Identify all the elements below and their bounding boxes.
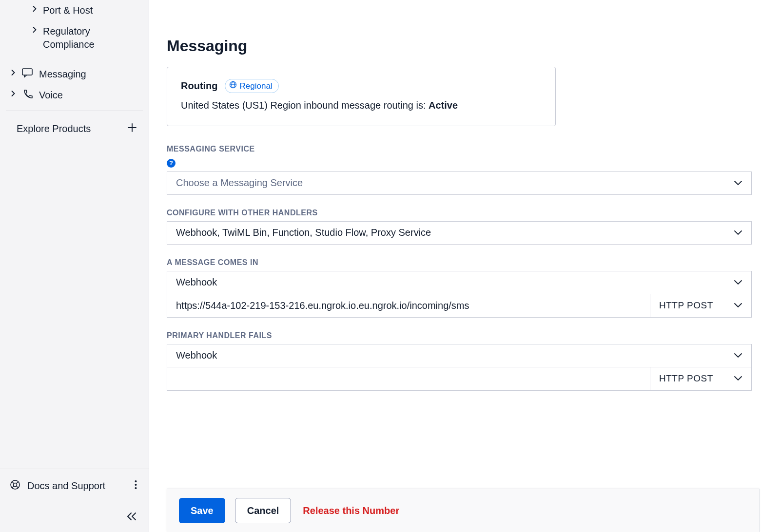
configure-handlers-select[interactable]: Webhook, TwiML Bin, Function, Studio Flo… [167,221,752,245]
routing-header: Routing Regional [181,79,542,93]
chevron-down-icon [734,300,742,311]
section-configure-handlers: CONFIGURE WITH OTHER HANDLERS Webhook, T… [167,209,752,245]
sidebar: Port & Host Regulatory Compliance Messag… [0,0,149,532]
sidebar-item-port-host[interactable]: Port & Host [0,0,149,21]
messaging-service-select[interactable]: Choose a Messaging Service [167,171,752,195]
section-primary-handler-fails: PRIMARY HANDLER FAILS Webhook HTTP POST [167,331,752,391]
svg-rect-0 [22,69,32,75]
sidebar-collapse-bar [0,503,149,532]
chevron-down-icon [734,227,742,238]
chevron-right-icon [31,27,38,33]
chevron-down-icon [734,350,742,361]
message-handler-select[interactable]: Webhook [167,271,752,294]
select-value: Webhook, TwiML Bin, Function, Studio Flo… [176,227,431,238]
sidebar-item-voice[interactable]: Voice [0,85,149,106]
field-label: A MESSAGE COMES IN [167,258,752,267]
select-placeholder: Choose a Messaging Service [176,177,303,189]
sidebar-item-messaging[interactable]: Messaging [0,64,149,85]
svg-point-2 [14,483,17,487]
fallback-handler-select[interactable]: Webhook [167,344,752,367]
section-messaging-service: MESSAGING SERVICE ? Choose a Messaging S… [167,145,752,195]
sidebar-item-label: Messaging [39,68,140,81]
sidebar-footer: Docs and Support [0,469,149,503]
select-value: HTTP POST [659,300,713,311]
routing-status-value: Active [429,100,458,111]
docs-and-support[interactable]: Docs and Support [10,479,105,493]
fallback-http-method-select[interactable]: HTTP POST [650,367,752,391]
action-bar: Save Cancel Release this Number [167,489,760,532]
select-value: Webhook [176,277,217,288]
collapse-sidebar-icon[interactable] [126,512,137,523]
svg-point-3 [135,480,137,482]
routing-title: Routing [181,80,218,92]
chevron-down-icon [734,373,742,384]
sidebar-divider [6,111,143,111]
page-title: Messaging [167,37,760,55]
sidebar-nav: Port & Host Regulatory Compliance Messag… [0,0,149,469]
kebab-menu-icon[interactable] [133,478,139,494]
svg-point-4 [135,484,137,486]
field-label: PRIMARY HANDLER FAILS [167,331,752,340]
field-label: MESSAGING SERVICE [167,145,752,153]
chevron-right-icon [10,70,17,76]
fallback-webhook-url-input[interactable] [167,367,650,391]
message-webhook-url-input[interactable] [167,294,650,318]
routing-status-text: United States (US1) Region inbound messa… [181,100,542,111]
voice-icon [21,89,34,100]
regional-badge-label: Regional [240,81,273,91]
section-message-comes-in: A MESSAGE COMES IN Webhook HTTP POST [167,258,752,318]
chevron-down-icon [734,277,742,288]
chevron-down-icon [734,177,742,189]
help-icon[interactable]: ? [167,159,176,168]
sidebar-item-label: Regulatory Compliance [43,25,140,51]
routing-card: Routing Regional United States (US1) Reg… [167,67,556,126]
release-number-link[interactable]: Release this Number [303,505,399,516]
explore-products-label: Explore Products [17,123,91,134]
message-http-method-select[interactable]: HTTP POST [650,294,752,318]
chevron-right-icon [31,6,38,12]
plus-icon [127,122,137,135]
chevron-right-icon [10,91,17,96]
messaging-icon [21,68,34,78]
sidebar-item-label: Port & Host [43,4,140,17]
docs-support-label: Docs and Support [27,480,105,492]
save-button[interactable]: Save [179,498,225,523]
sidebar-item-label: Voice [39,89,140,102]
select-value: Webhook [176,350,217,361]
select-value: HTTP POST [659,373,713,384]
svg-point-5 [135,487,137,489]
explore-products[interactable]: Explore Products [0,116,149,141]
globe-icon [229,81,237,91]
support-icon [10,479,20,493]
cancel-button[interactable]: Cancel [235,498,292,523]
sidebar-item-regulatory-compliance[interactable]: Regulatory Compliance [0,21,149,55]
field-label: CONFIGURE WITH OTHER HANDLERS [167,209,752,217]
main-content: Messaging Routing Regional United States… [149,0,780,532]
regional-badge[interactable]: Regional [225,79,279,93]
